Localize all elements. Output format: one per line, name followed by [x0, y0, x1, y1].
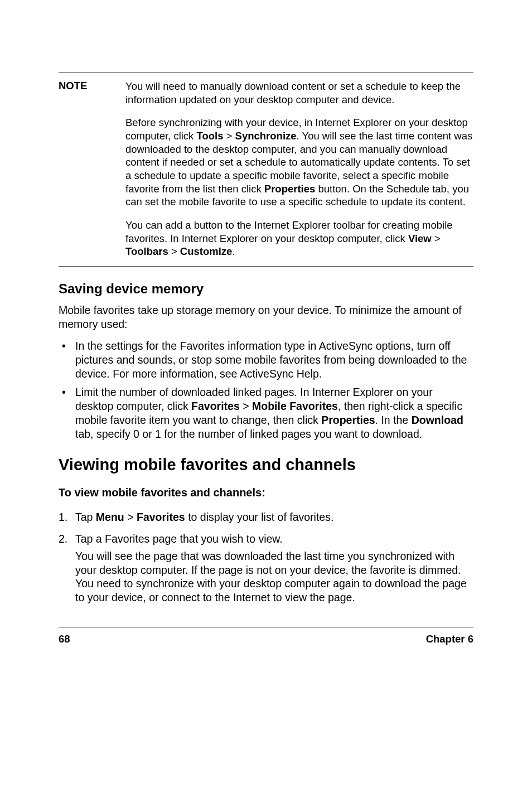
- note-block: NOTE You will need to manually download …: [59, 73, 473, 267]
- text: >: [168, 245, 180, 257]
- text: Tap a Favorites page that you wish to vi…: [75, 533, 283, 545]
- viewing-heading: Viewing mobile favorites and channels: [59, 456, 473, 474]
- properties-label: Properties: [264, 183, 316, 195]
- step-2-body: You will see the page that was downloade…: [75, 549, 473, 605]
- page-number: 68: [59, 633, 70, 645]
- text: .: [232, 245, 235, 257]
- favorites-label: Favorites: [137, 511, 185, 523]
- view-label: View: [408, 233, 432, 244]
- text: to display your list of favorites.: [185, 511, 334, 523]
- text: tab, specify 0 or 1 for the number of li…: [75, 428, 422, 440]
- properties-label: Properties: [321, 414, 375, 426]
- text: >: [432, 233, 441, 244]
- favorites-label: Favorites: [191, 400, 240, 412]
- text: Tap: [75, 511, 96, 523]
- text: >: [124, 511, 137, 523]
- note-body: You will need to manually download conte…: [125, 80, 473, 258]
- step-1: Tap Menu > Favorites to display your lis…: [59, 510, 473, 524]
- text: You can add a button to the Internet Exp…: [125, 219, 453, 244]
- menu-label: Menu: [96, 511, 124, 523]
- saving-heading: Saving device memory: [59, 281, 473, 297]
- tools-label: Tools: [197, 130, 224, 142]
- step-2: Tap a Favorites page that you wish to vi…: [59, 532, 473, 605]
- chapter-label: Chapter 6: [426, 633, 473, 645]
- text: . In the: [375, 414, 412, 426]
- note-para-2: Before synchronizing with your device, i…: [125, 116, 473, 209]
- synchronize-label: Synchronize: [235, 130, 297, 142]
- download-label: Download: [412, 414, 463, 426]
- note-para-1: You will need to manually download conte…: [125, 80, 473, 106]
- toolbars-label: Toolbars: [125, 245, 168, 257]
- viewing-subheading: To view mobile favorites and channels:: [59, 486, 473, 499]
- list-item: In the settings for the Favorites inform…: [59, 339, 473, 381]
- mobile-favorites-label: Mobile Favorites: [252, 400, 338, 412]
- text: >: [240, 400, 252, 412]
- note-label: NOTE: [59, 80, 125, 92]
- saving-bullets: In the settings for the Favorites inform…: [59, 339, 473, 441]
- note-para-3: You can add a button to the Internet Exp…: [125, 219, 473, 258]
- page-footer: 68 Chapter 6: [59, 627, 473, 645]
- customize-label: Customize: [180, 245, 233, 257]
- saving-intro: Mobile favorites take up storage memory …: [59, 303, 473, 331]
- text: >: [223, 130, 235, 142]
- list-item: Limit the number of downloaded linked pa…: [59, 385, 473, 441]
- steps-list: Tap Menu > Favorites to display your lis…: [59, 510, 473, 605]
